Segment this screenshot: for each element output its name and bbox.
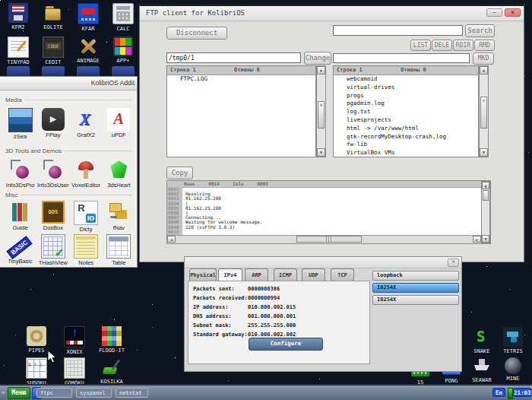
app-3dsheart[interactable]: 3dsHeart [103, 158, 135, 189]
change-button[interactable]: Change [304, 52, 331, 65]
app-zsea[interactable]: zSea [4, 108, 36, 140]
menu-button[interactable]: Меню [8, 387, 30, 399]
scroll-down-icon[interactable]: ▼ [480, 148, 488, 157]
app-fplay[interactable]: FPlay [36, 108, 69, 140]
app-tinybasic[interactable]: TinyBasic [4, 234, 36, 266]
scroll-left-icon[interactable]: ◄ [167, 236, 176, 243]
desktop-icon-xonix[interactable]: XONIX [57, 326, 92, 355]
local-file-list[interactable]: Строка 1 Отмены 0 FTPC.LOG [166, 65, 316, 157]
tab-tcp[interactable]: TCP [331, 268, 354, 281]
app-voxeleditor[interactable]: VoxelEditor [70, 158, 103, 189]
rdir-button[interactable]: RDIR [453, 40, 473, 51]
app-dosbox[interactable]: DosBox [36, 201, 69, 233]
dele-button[interactable]: DELE [432, 40, 452, 51]
partial-icon[interactable] [7, 66, 30, 76]
desktop-icon-eolite[interactable]: EOLITE [36, 3, 71, 30]
task-syspanel[interactable]: syspanel [76, 388, 112, 398]
scroll-right-icon[interactable]: ► [473, 236, 481, 243]
scroll-down-icon[interactable]: ▼ [317, 148, 325, 157]
desktop-icon-calc[interactable]: CALC [106, 3, 141, 32]
remote-dir-input[interactable] [333, 53, 470, 63]
file-item[interactable]: log.txt [334, 108, 478, 116]
desktop-icon-floodit[interactable]: FLOOD-IT [94, 326, 129, 354]
file-item[interactable]: virtual-drives [334, 84, 478, 92]
tab-arp[interactable]: ARP [245, 268, 268, 281]
app-guide[interactable]: Guide [4, 201, 36, 233]
ftp-titlebar[interactable]: FTP client for KolibriOS — × [140, 6, 524, 21]
interface-loopback[interactable]: loopback [372, 271, 459, 281]
tab-ipv4[interactable]: IPv4 [218, 268, 242, 281]
app-grafx2[interactable]: GrafX2 [70, 108, 103, 140]
file-item[interactable]: livesprojects [334, 116, 478, 125]
file-item[interactable]: gtk-recordMyDesktop-crash.log [334, 133, 478, 141]
tab-icmp[interactable]: ICMP [274, 268, 297, 281]
desktop-icon-mine[interactable]: MINE [496, 356, 530, 382]
desktop-icon-kosilka[interactable]: KOSILKA [94, 357, 129, 385]
configure-button[interactable]: Configure [249, 338, 323, 351]
apps-window-titlebar[interactable]: KolibriOS Addit [0, 77, 137, 90]
minimize-button[interactable]: — [486, 8, 502, 17]
language-indicator[interactable]: En [492, 388, 505, 397]
scroll-thumb[interactable]: ≡ [318, 101, 325, 129]
desktop-icon-kfar[interactable]: KFAR [71, 3, 106, 32]
app-dicty[interactable]: Dicty [70, 201, 103, 233]
search-button[interactable]: Search [465, 24, 495, 37]
file-item[interactable]: VirtualBox VMs [334, 149, 478, 157]
local-list-scrollbar[interactable]: ▲ ≡ ▼ [316, 65, 326, 157]
desktop-icon-seawar[interactable]: SEAWAR [464, 356, 499, 383]
log-viewer[interactable]: Rows 0014 Cols 0003 0001 0002Resolving 0… [166, 180, 491, 244]
log-hscrollbar[interactable]: ◄ ► [167, 235, 481, 243]
file-item[interactable]: html -> /var/www/html [334, 125, 478, 133]
interface-i8254x-selected[interactable]: I8254X [372, 283, 459, 293]
task-netstat[interactable]: netstat [116, 388, 148, 398]
remote-file-list[interactable]: Строка 1 Отмены 0 webcamoid virtual-driv… [333, 65, 479, 157]
scroll-up-icon[interactable]: ▲ [317, 66, 325, 75]
list-button[interactable]: LIST [410, 40, 431, 51]
scroll-down-icon[interactable]: ▼ [482, 235, 489, 243]
task-ftpc[interactable]: ftpc [36, 388, 72, 398]
close-button[interactable]: × [448, 259, 459, 267]
scroll-up-icon[interactable]: ▲ [480, 66, 488, 75]
partial-icon[interactable] [77, 66, 100, 76]
tab-udp[interactable]: UDP [302, 268, 325, 281]
disconnect-button[interactable]: Disconnect [166, 27, 227, 40]
close-button[interactable]: × [505, 8, 521, 17]
rmd-button[interactable]: RMD [474, 40, 495, 51]
desktop-icon-app-plus[interactable]: APP+ [106, 37, 141, 64]
file-item[interactable]: progs [334, 92, 478, 100]
scroll-thumb[interactable]: ≡ [480, 97, 487, 129]
copy-button[interactable]: Copy [166, 167, 193, 179]
search-input[interactable] [333, 25, 463, 36]
partial-icon[interactable] [112, 66, 135, 76]
interface-i8254x[interactable]: I8254X [372, 295, 459, 305]
partial-icon[interactable] [42, 66, 65, 76]
desktop-icon-animage[interactable]: ANIMAGE [71, 37, 106, 64]
desktop-icon-snake[interactable]: SNAKE [464, 327, 499, 354]
file-item[interactable]: fw-lib [334, 141, 478, 149]
remote-list-scrollbar[interactable]: ▲ ≡ ▼ [479, 65, 489, 157]
app-notes[interactable]: Notes [70, 234, 103, 266]
tab-physical[interactable]: Physical [189, 268, 217, 281]
scroll-thumb[interactable] [483, 190, 489, 201]
taskbar-collapse-icon[interactable]: « [0, 388, 7, 398]
app-info3dsuser[interactable]: Info3DsUser [36, 158, 69, 189]
app-table[interactable]: Table [103, 234, 135, 266]
desktop-icon-cedit[interactable]: CEDIT [36, 37, 71, 65]
local-path-input[interactable] [166, 52, 301, 63]
app-updf[interactable]: uPDF [103, 108, 135, 140]
app-info3dspro[interactable]: Info3DsPro [4, 158, 36, 189]
clock[interactable]: 21:03 [513, 388, 531, 397]
desktop-icon-tetris[interactable]: TETRIS [496, 327, 530, 354]
file-item[interactable]: pgadmin.log [334, 100, 478, 108]
mkd-button[interactable]: MKD [473, 52, 494, 65]
file-item[interactable]: webcamoid [334, 75, 478, 84]
app-thashview[interactable]: THashView [36, 234, 69, 266]
scroll-thumb[interactable] [296, 236, 362, 243]
netstat-titlebar[interactable]: × [185, 257, 461, 268]
scroll-up-icon[interactable]: ▲ [482, 182, 489, 189]
file-item[interactable]: FTPC.LOG [167, 75, 315, 84]
desktop-icon-kfm2[interactable]: KFM2 [1, 3, 36, 30]
desktop-icon-tinypad[interactable]: TINYPAD [1, 37, 36, 65]
desktop-icon-gomoku[interactable]: GOMOKU [57, 357, 92, 386]
log-vscrollbar[interactable]: ▲ ▼ [481, 181, 490, 243]
